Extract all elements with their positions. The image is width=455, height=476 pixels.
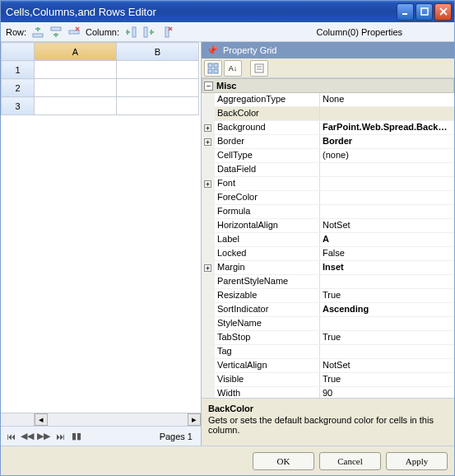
column-insert-icon[interactable]: [124, 26, 137, 39]
property-row[interactable]: +BorderBorder: [202, 135, 454, 149]
expand-cell[interactable]: +: [202, 261, 215, 274]
expand-cell[interactable]: +: [202, 135, 215, 148]
cell[interactable]: [117, 79, 199, 97]
property-row[interactable]: +BackgroundFarPoint.Web.Spread.Backgroun…: [202, 121, 454, 135]
expand-icon[interactable]: +: [204, 264, 211, 272]
cell[interactable]: [35, 79, 117, 97]
property-row[interactable]: ResizableTrue: [202, 289, 454, 303]
property-value[interactable]: Border: [320, 135, 454, 148]
prev-page-button[interactable]: ◀◀: [21, 430, 34, 443]
property-row[interactable]: Formula: [202, 205, 454, 219]
property-value[interactable]: A: [320, 233, 454, 246]
property-pages-button[interactable]: [250, 60, 268, 77]
property-row[interactable]: BackColor: [202, 107, 454, 121]
expand-icon[interactable]: +: [204, 138, 211, 146]
property-value[interactable]: NotSet: [320, 219, 454, 232]
expand-toggle-icon[interactable]: −: [204, 82, 213, 91]
property-value[interactable]: [320, 205, 454, 218]
spreadsheet-panel: AB123 ◂ ▸ ⏮ ◀◀ ▶▶ ⏭ ▮▮ Pages 1: [1, 42, 202, 446]
expand-cell[interactable]: +: [202, 177, 215, 190]
property-value[interactable]: True: [320, 331, 454, 344]
column-insert-after-icon[interactable]: [142, 26, 156, 39]
cell[interactable]: [35, 97, 117, 115]
property-value[interactable]: NotSet: [320, 359, 454, 372]
cell[interactable]: [117, 97, 199, 115]
horizontal-scrollbar[interactable]: ◂ ▸: [1, 413, 201, 426]
expand-cell: [202, 107, 215, 120]
property-value[interactable]: True: [320, 373, 454, 386]
property-row[interactable]: LockedFalse: [202, 247, 454, 261]
property-value[interactable]: [320, 191, 454, 204]
cell[interactable]: [117, 61, 199, 79]
apply-button[interactable]: Apply: [386, 452, 448, 470]
property-row[interactable]: Width90: [202, 387, 454, 398]
property-value[interactable]: [320, 163, 454, 176]
row-header[interactable]: 1: [2, 61, 35, 79]
property-row[interactable]: Tag: [202, 345, 454, 359]
column-delete-icon[interactable]: [160, 26, 174, 39]
property-row[interactable]: StyleName: [202, 317, 454, 331]
expand-icon[interactable]: +: [204, 180, 211, 188]
cancel-button[interactable]: Cancel: [319, 452, 381, 470]
property-name: Font: [215, 177, 320, 190]
property-grid-body[interactable]: −MiscAggregationTypeNoneBackColor+Backgr…: [202, 78, 454, 398]
property-value[interactable]: 90: [320, 387, 454, 398]
svg-rect-23: [214, 63, 218, 68]
property-row[interactable]: +MarginInset: [202, 261, 454, 275]
close-button[interactable]: [434, 3, 452, 21]
column-header[interactable]: B: [117, 43, 199, 61]
property-row[interactable]: TabStopTrue: [202, 331, 454, 345]
property-value[interactable]: [320, 345, 454, 358]
property-value[interactable]: Ascending: [320, 303, 454, 316]
pushpin-icon[interactable]: 📌: [207, 45, 218, 56]
property-value[interactable]: FarPoint.Web.Spread.Background: [320, 121, 454, 134]
property-value[interactable]: True: [320, 289, 454, 302]
property-row[interactable]: DataField: [202, 163, 454, 177]
property-value[interactable]: Inset: [320, 261, 454, 274]
property-value[interactable]: None: [320, 93, 454, 106]
property-category[interactable]: −Misc: [202, 78, 454, 93]
sheet-corner[interactable]: [2, 43, 35, 61]
sheet-table[interactable]: AB123: [1, 42, 199, 115]
minimize-button[interactable]: [397, 3, 414, 21]
row-delete-icon[interactable]: [67, 26, 81, 39]
expand-icon[interactable]: +: [204, 124, 211, 132]
maximize-button[interactable]: [416, 3, 433, 21]
row-header[interactable]: 3: [2, 97, 35, 115]
property-row[interactable]: LabelA: [202, 233, 454, 247]
column-header[interactable]: A: [35, 43, 117, 61]
property-value[interactable]: [320, 177, 454, 190]
expand-cell[interactable]: +: [202, 121, 215, 134]
property-row[interactable]: VerticalAlignNotSet: [202, 359, 454, 373]
grid-area[interactable]: AB123: [1, 42, 201, 413]
property-row[interactable]: SortIndicatorAscending: [202, 303, 454, 317]
property-value[interactable]: [320, 275, 454, 288]
property-row[interactable]: HorizontalAlignNotSet: [202, 219, 454, 233]
cell[interactable]: [35, 61, 117, 79]
property-name: ParentStyleName: [215, 275, 320, 288]
property-value[interactable]: False: [320, 247, 454, 260]
categorized-button[interactable]: [204, 60, 222, 77]
property-value[interactable]: [320, 317, 454, 330]
ok-button[interactable]: OK: [253, 452, 314, 470]
row-header[interactable]: 2: [2, 79, 35, 97]
titlebar: Cells,Columns,and Rows Editor: [1, 1, 454, 22]
first-page-button[interactable]: ⏮: [4, 430, 17, 443]
scroll-right-button[interactable]: ▸: [188, 413, 201, 426]
property-row[interactable]: AggregationTypeNone: [202, 93, 454, 107]
property-row[interactable]: VisibleTrue: [202, 373, 454, 387]
property-name: StyleName: [215, 317, 320, 330]
pause-button[interactable]: ▮▮: [70, 430, 83, 443]
next-page-button[interactable]: ▶▶: [37, 430, 50, 443]
property-row[interactable]: ForeColor: [202, 191, 454, 205]
last-page-button[interactable]: ⏭: [53, 430, 67, 443]
property-row[interactable]: +Font: [202, 177, 454, 191]
scroll-left-button[interactable]: ◂: [35, 413, 48, 426]
alphabetical-button[interactable]: A↓: [224, 60, 242, 77]
property-value[interactable]: (none): [320, 149, 454, 162]
row-insert-after-icon[interactable]: [49, 26, 63, 39]
property-value[interactable]: [320, 107, 454, 120]
row-insert-icon[interactable]: [31, 26, 44, 39]
property-row[interactable]: CellType(none): [202, 149, 454, 163]
property-row[interactable]: ParentStyleName: [202, 275, 454, 289]
